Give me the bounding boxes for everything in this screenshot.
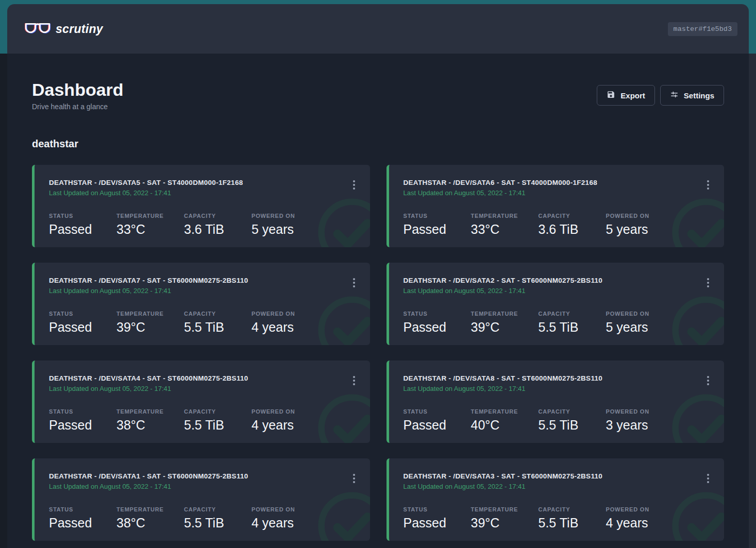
- stat-value-powered-on: 4 years: [251, 319, 319, 335]
- stat-label-temperature: TEMPERATURE: [116, 408, 184, 415]
- stat-temperature: TEMPERATURE 39°C: [471, 311, 539, 335]
- stat-value-powered-on: 5 years: [606, 319, 674, 335]
- kebab-menu-icon: [707, 180, 709, 182]
- stat-label-capacity: CAPACITY: [539, 506, 606, 513]
- stat-capacity: CAPACITY 3.6 TiB: [184, 213, 251, 237]
- stat-value-status: Passed: [404, 417, 471, 433]
- stat-capacity: CAPACITY 5.5 TiB: [539, 506, 606, 530]
- stat-capacity: CAPACITY 5.5 TiB: [184, 311, 251, 335]
- drive-card[interactable]: DEATHSTAR - /DEV/SATA2 - SAT - ST6000NM0…: [387, 263, 725, 345]
- drive-last-updated: Last Updated on August 05, 2022 - 17:41: [404, 189, 710, 197]
- left-gutter: [0, 54, 7, 548]
- kebab-menu-icon: [353, 376, 355, 378]
- card-menu-button[interactable]: [701, 177, 715, 193]
- drive-card[interactable]: DEATHSTAR - /DEV/SATA7 - SAT - ST6000NM0…: [32, 263, 370, 345]
- stat-label-temperature: TEMPERATURE: [471, 506, 539, 513]
- stat-value-status: Passed: [49, 319, 116, 335]
- settings-button[interactable]: Settings: [660, 85, 724, 106]
- stat-value-status: Passed: [49, 417, 116, 433]
- drive-card[interactable]: DEATHSTAR - /DEV/SATA4 - SAT - ST6000NM0…: [32, 361, 370, 443]
- drive-card[interactable]: DEATHSTAR - /DEV/SATA6 - SAT - ST4000DM0…: [387, 165, 725, 247]
- stat-status: STATUS Passed: [404, 506, 471, 530]
- stat-value-temperature: 40°C: [471, 417, 539, 433]
- stat-label-capacity: CAPACITY: [539, 213, 606, 219]
- stat-status: STATUS Passed: [49, 311, 116, 335]
- drive-title: DEATHSTAR - /DEV/SATA3 - SAT - ST6000NM0…: [404, 472, 710, 481]
- drive-last-updated: Last Updated on August 05, 2022 - 17:41: [49, 286, 356, 295]
- stat-value-capacity: 5.5 TiB: [184, 515, 251, 530]
- stat-label-capacity: CAPACITY: [184, 506, 251, 513]
- card-menu-button[interactable]: [701, 471, 715, 486]
- stat-powered-on: POWERED ON 5 years: [606, 311, 674, 335]
- stat-value-capacity: 5.5 TiB: [539, 319, 606, 335]
- app-title: scrutiny: [56, 22, 103, 36]
- card-menu-button[interactable]: [347, 275, 361, 290]
- stat-value-status: Passed: [404, 319, 471, 335]
- stat-powered-on: POWERED ON 5 years: [606, 213, 674, 237]
- stat-value-temperature: 33°C: [471, 221, 539, 237]
- drive-title: DEATHSTAR - /DEV/SATA1 - SAT - ST6000NM0…: [49, 472, 356, 481]
- save-icon: [607, 90, 615, 100]
- drive-card[interactable]: DEATHSTAR - /DEV/SATA8 - SAT - ST6000NM0…: [387, 361, 725, 443]
- stat-status: STATUS Passed: [49, 213, 116, 237]
- card-menu-button[interactable]: [347, 471, 361, 486]
- stat-temperature: TEMPERATURE 33°C: [116, 213, 184, 237]
- stat-value-status: Passed: [404, 515, 471, 530]
- drive-last-updated: Last Updated on August 05, 2022 - 17:41: [49, 384, 356, 393]
- card-menu-button[interactable]: [701, 275, 715, 290]
- stat-value-temperature: 39°C: [471, 319, 539, 335]
- drive-title: DEATHSTAR - /DEV/SATA7 - SAT - ST6000NM0…: [49, 276, 356, 285]
- stat-value-powered-on: 4 years: [251, 417, 319, 433]
- export-button-label: Export: [620, 91, 645, 100]
- stat-label-status: STATUS: [49, 506, 116, 513]
- stat-label-status: STATUS: [49, 213, 116, 219]
- drive-card[interactable]: DEATHSTAR - /DEV/SATA1 - SAT - ST6000NM0…: [32, 458, 370, 541]
- stat-status: STATUS Passed: [404, 311, 471, 335]
- kebab-menu-icon: [707, 474, 709, 476]
- drive-card[interactable]: DEATHSTAR - /DEV/SATA5 - SAT - ST4000DM0…: [32, 165, 370, 247]
- app-logo: scrutiny: [25, 22, 103, 36]
- stat-value-powered-on: 5 years: [606, 221, 674, 237]
- stat-value-capacity: 5.5 TiB: [184, 417, 251, 433]
- stat-powered-on: POWERED ON 4 years: [251, 311, 319, 335]
- glasses-icon: [25, 22, 51, 36]
- stat-label-status: STATUS: [404, 213, 471, 219]
- stat-value-status: Passed: [49, 221, 116, 237]
- stat-label-powered-on: POWERED ON: [606, 213, 674, 219]
- kebab-menu-icon: [707, 278, 709, 280]
- card-menu-button[interactable]: [701, 373, 715, 388]
- drive-last-updated: Last Updated on August 05, 2022 - 17:41: [49, 482, 356, 491]
- kebab-menu-icon: [353, 278, 355, 280]
- stat-status: STATUS Passed: [49, 408, 116, 433]
- stat-label-capacity: CAPACITY: [539, 311, 606, 317]
- stat-label-powered-on: POWERED ON: [251, 311, 319, 317]
- stat-temperature: TEMPERATURE 38°C: [116, 408, 184, 433]
- stat-label-capacity: CAPACITY: [184, 311, 251, 317]
- drive-last-updated: Last Updated on August 05, 2022 - 17:41: [404, 286, 710, 295]
- stat-capacity: CAPACITY 3.6 TiB: [539, 213, 606, 237]
- stat-temperature: TEMPERATURE 39°C: [471, 506, 539, 530]
- export-button[interactable]: Export: [597, 85, 655, 106]
- page-heading-block: Dashboard Drive health at a glance: [32, 80, 124, 111]
- stat-capacity: CAPACITY 5.5 TiB: [184, 506, 251, 530]
- main-content: Dashboard Drive health at a glance Expor…: [7, 54, 749, 548]
- stat-value-capacity: 3.6 TiB: [539, 221, 606, 237]
- stat-value-powered-on: 3 years: [606, 417, 674, 433]
- scrollbar[interactable]: [749, 54, 756, 548]
- stat-value-temperature: 33°C: [116, 221, 184, 237]
- drive-title: DEATHSTAR - /DEV/SATA5 - SAT - ST4000DM0…: [49, 178, 356, 187]
- stat-capacity: CAPACITY 5.5 TiB: [539, 311, 606, 335]
- drive-card[interactable]: DEATHSTAR - /DEV/SATA3 - SAT - ST6000NM0…: [387, 458, 725, 541]
- card-menu-button[interactable]: [347, 373, 361, 388]
- stat-label-powered-on: POWERED ON: [251, 408, 319, 415]
- card-menu-button[interactable]: [347, 177, 361, 193]
- stat-label-powered-on: POWERED ON: [606, 311, 674, 317]
- stat-value-capacity: 5.5 TiB: [184, 319, 251, 335]
- stat-temperature: TEMPERATURE 33°C: [471, 213, 539, 237]
- stat-label-temperature: TEMPERATURE: [116, 311, 184, 317]
- stat-label-powered-on: POWERED ON: [606, 408, 674, 415]
- stat-capacity: CAPACITY 5.5 TiB: [184, 408, 251, 433]
- settings-button-label: Settings: [684, 91, 714, 100]
- stat-label-status: STATUS: [404, 408, 471, 415]
- kebab-menu-icon: [353, 474, 355, 476]
